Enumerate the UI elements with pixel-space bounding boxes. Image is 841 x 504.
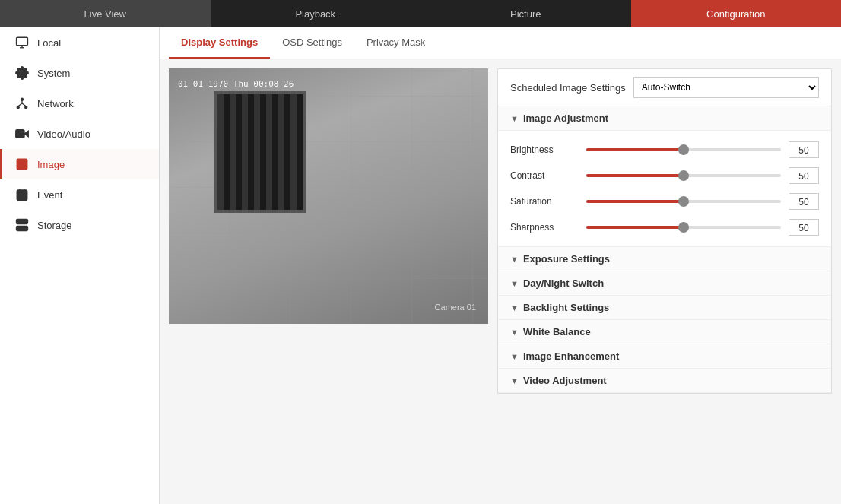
settings-panel: Scheduled Image Settings Auto-Switch Man… (497, 68, 832, 394)
chevron-down-icon: ▼ (510, 114, 519, 123)
section-header-image-enhancement[interactable]: ▼ Image Enhancement (498, 344, 831, 369)
section-label-exposure-settings: Exposure Settings (523, 253, 610, 265)
top-navigation: Live View Playback Picture Configuration (0, 0, 841, 27)
tab-display-settings[interactable]: Display Settings (169, 27, 270, 59)
section-header-image-adjustment[interactable]: ▼ Image Adjustment (498, 106, 831, 131)
camera-preview: 01 01 1970 Thu 00:08 26 Camera 01 (169, 68, 488, 394)
sidebar-item-image[interactable]: Image (0, 149, 159, 179)
event-icon (14, 187, 30, 202)
sidebar-item-storage[interactable]: Storage (0, 210, 159, 240)
brightness-thumb[interactable] (678, 144, 689, 155)
sharpness-value: 50 (789, 219, 819, 236)
chevron-right-icon-5: ▼ (510, 352, 519, 361)
svg-rect-0 (17, 37, 28, 46)
camera-timestamp: 01 01 1970 Thu 00:08 26 (178, 79, 294, 89)
chevron-right-icon-4: ▼ (510, 328, 519, 337)
nav-configuration[interactable]: Configuration (631, 0, 842, 27)
video-icon (14, 126, 30, 141)
svg-point-13 (19, 161, 21, 163)
camera-feed: 01 01 1970 Thu 00:08 26 Camera 01 (169, 68, 488, 324)
sharpness-row: Sharpness 50 (510, 214, 819, 240)
sharpness-fill (586, 226, 684, 229)
brightness-row: Brightness 50 (510, 137, 819, 163)
contrast-slider-container (586, 169, 781, 182)
brightness-label: Brightness (510, 144, 579, 155)
svg-rect-18 (17, 220, 28, 224)
section-content-image-adjustment: Brightness 50 Contrast (498, 131, 831, 247)
scheduled-image-row: Scheduled Image Settings Auto-Switch Man… (498, 69, 831, 106)
scheduled-image-select[interactable]: Auto-Switch Manual (633, 77, 819, 98)
content-area: Display Settings OSD Settings Privacy Ma… (160, 27, 841, 504)
chevron-right-icon-3: ▼ (510, 303, 519, 312)
tab-privacy-mask[interactable]: Privacy Mask (354, 27, 437, 59)
svg-line-8 (18, 103, 22, 106)
sharpness-slider-container (586, 220, 781, 234)
saturation-value: 50 (789, 193, 819, 210)
contrast-label: Contrast (510, 170, 579, 181)
contrast-thumb[interactable] (678, 170, 689, 181)
sidebar-item-local[interactable]: Local (0, 27, 159, 58)
tab-bar: Display Settings OSD Settings Privacy Ma… (160, 27, 841, 59)
nav-playback[interactable]: Playback (211, 0, 421, 27)
monitor-icon (14, 35, 30, 50)
section-label-image-adjustment: Image Adjustment (523, 113, 608, 124)
chevron-right-icon-2: ▼ (510, 279, 519, 288)
sidebar-label-local: Local (37, 37, 61, 49)
sidebar-label-network: Network (37, 98, 74, 109)
sidebar-item-event[interactable]: Event (0, 179, 159, 210)
main-layout: Local System Network Video/Audio Image (0, 27, 841, 504)
saturation-row: Saturation 50 (510, 189, 819, 214)
tab-content: 01 01 1970 Thu 00:08 26 Camera 01 Schedu… (160, 59, 841, 403)
nav-live-view[interactable]: Live View (0, 0, 211, 27)
section-label-white-balance: White Balance (523, 326, 591, 338)
sidebar-label-storage: Storage (37, 220, 72, 231)
contrast-fill (586, 174, 684, 177)
sharpness-track (586, 226, 781, 229)
svg-point-4 (21, 98, 24, 100)
svg-marker-10 (24, 131, 28, 137)
chevron-right-icon: ▼ (510, 255, 519, 264)
section-label-day-night-switch: Day/Night Switch (523, 277, 604, 289)
sidebar-label-system: System (37, 68, 70, 79)
chevron-right-icon-6: ▼ (510, 376, 519, 385)
nav-picture[interactable]: Picture (420, 0, 631, 27)
brightness-value: 50 (789, 141, 819, 158)
section-label-video-adjustment: Video Adjustment (523, 375, 607, 386)
section-header-video-adjustment[interactable]: ▼ Video Adjustment (498, 369, 831, 393)
section-header-exposure-settings[interactable]: ▼ Exposure Settings (498, 247, 831, 271)
gear-icon (14, 65, 30, 81)
scheduled-image-label: Scheduled Image Settings (510, 82, 626, 94)
saturation-fill (586, 200, 684, 203)
sidebar: Local System Network Video/Audio Image (0, 27, 160, 504)
section-label-image-enhancement: Image Enhancement (523, 350, 619, 362)
svg-rect-19 (17, 227, 28, 231)
sharpness-thumb[interactable] (678, 222, 689, 233)
svg-point-5 (17, 106, 19, 109)
contrast-track (586, 174, 781, 177)
sidebar-item-system[interactable]: System (0, 58, 159, 88)
image-icon (14, 157, 30, 172)
storage-icon (14, 217, 30, 233)
section-header-backlight-settings[interactable]: ▼ Backlight Settings (498, 296, 831, 320)
brightness-track (586, 148, 781, 151)
svg-rect-14 (17, 190, 27, 201)
network-icon (14, 96, 30, 111)
section-header-day-night-switch[interactable]: ▼ Day/Night Switch (498, 271, 831, 296)
saturation-slider-container (586, 195, 781, 208)
section-label-backlight-settings: Backlight Settings (523, 302, 609, 313)
svg-rect-11 (16, 130, 24, 138)
brightness-fill (586, 148, 684, 151)
sharpness-label: Sharpness (510, 222, 579, 233)
tab-osd-settings[interactable]: OSD Settings (270, 27, 354, 59)
saturation-track (586, 200, 781, 203)
saturation-thumb[interactable] (678, 196, 689, 207)
section-header-white-balance[interactable]: ▼ White Balance (498, 320, 831, 344)
svg-line-9 (22, 103, 26, 106)
sidebar-label-video-audio: Video/Audio (37, 128, 90, 140)
contrast-value: 50 (789, 167, 819, 184)
sidebar-label-image: Image (37, 159, 65, 170)
sidebar-label-event: Event (37, 189, 62, 201)
sidebar-item-video-audio[interactable]: Video/Audio (0, 119, 159, 149)
sidebar-item-network[interactable]: Network (0, 88, 159, 119)
svg-point-6 (25, 106, 27, 109)
